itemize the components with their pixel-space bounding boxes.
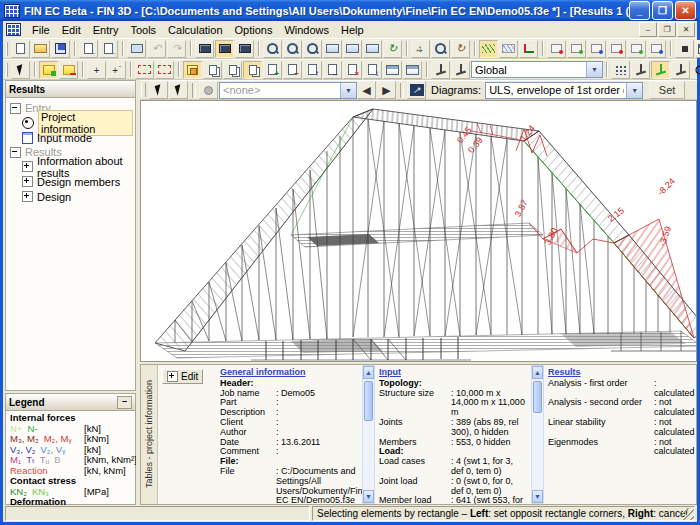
dot-button[interactable] [675, 40, 694, 58]
remove-entity-button[interactable] [283, 61, 302, 79]
menu-item[interactable]: Windows [278, 23, 335, 37]
chevron-down-icon[interactable]: ▼ [626, 83, 642, 98]
select-members-button[interactable] [567, 40, 586, 58]
view-front-button[interactable] [323, 40, 342, 58]
view-mode-1-button[interactable] [195, 40, 214, 58]
select-add-button[interactable] [39, 61, 58, 79]
diagrams-combobox[interactable]: ULS, envelope of 1st order c ▼ [485, 82, 643, 99]
zoom-drag-button[interactable] [431, 40, 450, 58]
edit-button[interactable]: Edit [162, 369, 203, 384]
tree-item-information-about-results[interactable]: Information about results [8, 159, 133, 174]
set-button[interactable]: Set [649, 81, 685, 99]
save-button[interactable] [51, 40, 70, 58]
point-snap-button[interactable] [107, 61, 126, 79]
scroll-up-icon[interactable]: ▲ [363, 366, 374, 379]
rendered-button[interactable] [499, 40, 518, 58]
select-joints-button[interactable] [547, 40, 566, 58]
input-scrollbar[interactable]: ▲ ▼ [362, 365, 375, 504]
scroll-down-icon[interactable]: ▼ [532, 490, 543, 503]
axis-move-button[interactable] [631, 61, 650, 79]
import-button[interactable] [79, 40, 98, 58]
menu-item[interactable]: File [26, 23, 56, 37]
undo-button[interactable] [147, 40, 166, 58]
mdi-restore-button[interactable]: ❐ [658, 22, 676, 37]
select-joint-mode-button[interactable] [169, 81, 188, 99]
view-mode-2-button[interactable] [215, 40, 234, 58]
select-supports-button[interactable] [587, 40, 606, 58]
zoom-window-button[interactable] [303, 40, 322, 58]
delete-entity-button[interactable] [343, 61, 362, 79]
collapse-icon[interactable] [10, 103, 21, 114]
scrollbar-thumb[interactable] [533, 381, 542, 413]
chevron-down-icon[interactable]: ▼ [586, 62, 602, 77]
rect-crossing-button[interactable] [155, 61, 174, 79]
zoom-out-button[interactable] [283, 40, 302, 58]
scroll-up-icon[interactable]: ▲ [532, 366, 543, 379]
mdi-close-button[interactable]: ✕ [677, 22, 695, 37]
next-case-button[interactable]: ▶ [377, 81, 396, 99]
toolbar-grip[interactable] [6, 42, 8, 56]
rect-select-button[interactable] [135, 61, 154, 79]
chevron-down-icon[interactable]: ▼ [340, 83, 356, 98]
diagram-settings-button[interactable] [407, 81, 426, 99]
axes-button[interactable] [519, 40, 538, 58]
mdi-minimize-button[interactable]: – [639, 22, 657, 37]
mirror-entity-button[interactable] [323, 61, 342, 79]
menu-item[interactable]: Tools [124, 23, 162, 37]
scrollbar-thumb[interactable] [364, 381, 373, 421]
load-case-indicator-button[interactable] [199, 81, 218, 99]
menu-item[interactable]: Calculation [162, 23, 228, 37]
table-edit-button[interactable] [383, 61, 402, 79]
select-loads-button[interactable] [607, 40, 626, 58]
view-axon-button[interactable] [363, 40, 382, 58]
tree-item-design-members[interactable]: Design members [8, 174, 133, 189]
orbit-button[interactable] [451, 40, 470, 58]
copy-all-button[interactable] [243, 61, 262, 79]
resize-grip[interactable] [682, 508, 694, 520]
joint-grid-button[interactable] [183, 61, 202, 79]
legend-minimize-button[interactable] [117, 396, 132, 409]
copy-joints-button[interactable] [203, 61, 222, 79]
results-heading[interactable]: Results [548, 368, 692, 378]
zoom-in-button[interactable] [263, 40, 282, 58]
select-mode-button[interactable] [149, 81, 168, 99]
expand-icon[interactable] [22, 161, 33, 172]
expand-icon[interactable] [22, 176, 33, 187]
tree-item-project-information[interactable]: Project information [8, 115, 133, 130]
copy-members-button[interactable] [223, 61, 242, 79]
previous-case-button[interactable]: ◀ [357, 81, 376, 99]
axis-rotate-button[interactable] [671, 61, 690, 79]
minimize-button[interactable]: _ [629, 1, 650, 20]
menu-item[interactable]: Help [335, 23, 370, 37]
ucs-button[interactable] [431, 61, 450, 79]
menu-item[interactable]: Entry [87, 23, 125, 37]
move-entity-button[interactable] [303, 61, 322, 79]
axis-active-button[interactable] [651, 61, 670, 79]
wireframe-button[interactable] [479, 40, 498, 58]
export-button[interactable] [99, 40, 118, 58]
load-case-combobox[interactable]: <none> ▼ [219, 82, 357, 99]
copy-picture-button[interactable] [127, 40, 146, 58]
menu-item[interactable]: Options [229, 23, 279, 37]
menu-item[interactable]: Edit [56, 23, 87, 37]
lower-entity-button[interactable] [363, 61, 382, 79]
toolbar-grip[interactable] [141, 83, 146, 97]
results-scrollbar[interactable]: ▲ ▼ [531, 365, 544, 504]
grid-points-button[interactable] [611, 61, 630, 79]
drawing-canvas[interactable]: 1.240.450.393.873.802.15-8.24-3.59 [140, 100, 697, 362]
expand-icon[interactable] [22, 191, 33, 202]
redo-button[interactable] [167, 40, 186, 58]
open-button[interactable] [31, 40, 50, 58]
view-top-button[interactable] [343, 40, 362, 58]
coordinate-system-combobox[interactable]: Global ▼ [471, 61, 603, 78]
wcs-button[interactable] [451, 61, 470, 79]
table-view-button[interactable] [403, 61, 422, 79]
maximize-button[interactable]: ❐ [652, 1, 673, 20]
general-information-heading[interactable]: General information [220, 368, 358, 378]
toolbar-grip[interactable] [6, 63, 8, 77]
select-all-button[interactable] [647, 40, 666, 58]
close-button[interactable]: ✕ [675, 1, 696, 20]
add-entity-button[interactable] [263, 61, 282, 79]
scroll-down-icon[interactable]: ▼ [363, 490, 374, 503]
new-button[interactable] [11, 40, 30, 58]
